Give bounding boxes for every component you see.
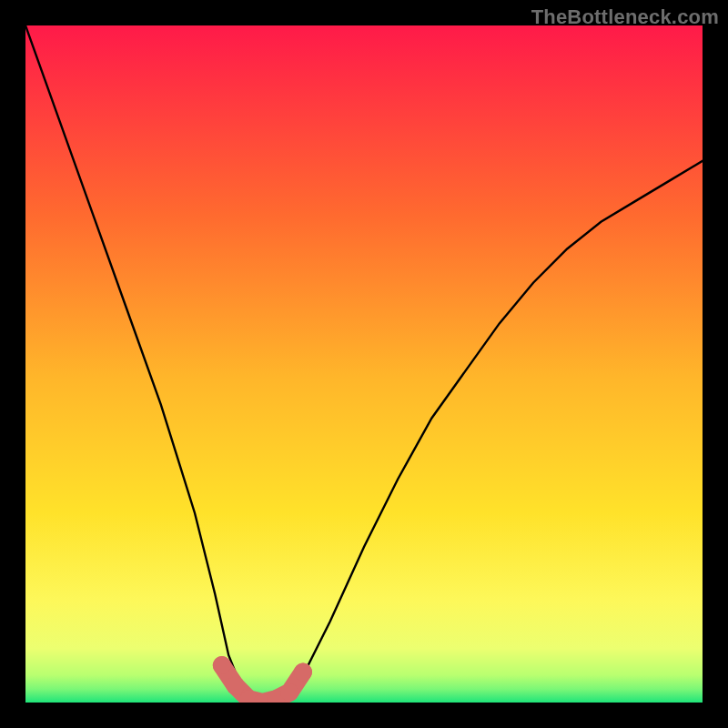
chart-svg (25, 25, 703, 703)
chart-plot-area (25, 25, 703, 703)
valley-marker-dot (227, 676, 245, 694)
valley-marker-dot (280, 683, 298, 702)
valley-marker-dot (213, 656, 231, 674)
valley-marker-dot (294, 663, 312, 682)
gradient-background (25, 25, 703, 703)
chart-frame: TheBottleneck.com (0, 0, 728, 728)
